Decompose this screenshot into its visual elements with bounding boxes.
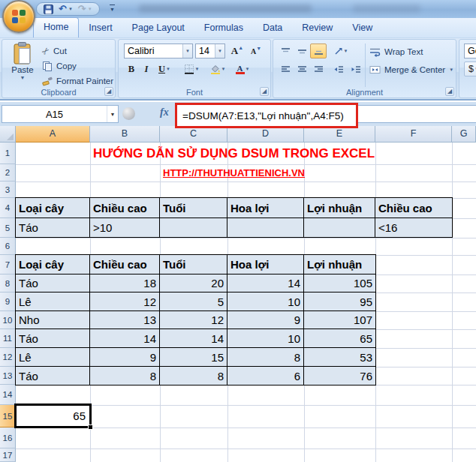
- cell[interactable]: Táo: [16, 274, 90, 292]
- alignment-dialog-launcher-icon[interactable]: ◢: [445, 87, 454, 96]
- tab-page-layout[interactable]: Page Layout: [122, 19, 194, 38]
- currency-format-button[interactable]: $ ▼: [464, 62, 476, 76]
- cell[interactable]: 9: [227, 311, 304, 329]
- format-painter-button[interactable]: Format Painter: [42, 74, 113, 88]
- row-header-17[interactable]: 17: [0, 448, 16, 462]
- cell[interactable]: Loại cây: [16, 255, 90, 274]
- chevron-down-icon[interactable]: ▼: [182, 44, 192, 58]
- cell[interactable]: 5: [160, 292, 227, 311]
- column-header-B[interactable]: B: [90, 126, 160, 142]
- increase-indent-button[interactable]: [348, 62, 364, 76]
- row-header-14[interactable]: 14: [0, 385, 16, 405]
- row-header-8[interactable]: 8: [0, 274, 16, 292]
- tab-formulas[interactable]: Formulas: [194, 19, 253, 38]
- cell[interactable]: 8: [227, 348, 304, 367]
- cell[interactable]: 20: [160, 274, 227, 292]
- merge-center-button[interactable]: Merge & Center ▼: [369, 63, 453, 76]
- column-header-A[interactable]: A: [16, 126, 90, 142]
- fill-color-button[interactable]: ▼: [206, 62, 229, 76]
- row-header-7[interactable]: 7: [0, 255, 16, 274]
- row-header-10[interactable]: 10: [0, 311, 16, 329]
- cell[interactable]: Hoa lợi: [227, 255, 304, 274]
- cell[interactable]: [304, 218, 375, 237]
- cell[interactable]: Loại cây: [16, 198, 90, 218]
- cell[interactable]: Chiều cao: [375, 198, 452, 218]
- cell[interactable]: >10: [90, 218, 160, 237]
- cell[interactable]: Táo: [16, 367, 90, 385]
- undo-icon[interactable]: ↶▼: [59, 4, 73, 14]
- cell[interactable]: 10: [227, 329, 304, 348]
- row-header-4[interactable]: 4: [0, 198, 16, 218]
- cell[interactable]: 14: [160, 329, 227, 348]
- tab-view[interactable]: View: [342, 19, 382, 38]
- wrap-text-button[interactable]: Wrap Text: [369, 45, 423, 58]
- fill-handle[interactable]: [88, 424, 93, 430]
- font-color-button[interactable]: A ▼: [231, 62, 254, 76]
- cell[interactable]: 12: [90, 292, 160, 311]
- bottom-align-button[interactable]: [310, 44, 327, 58]
- shrink-font-button[interactable]: A▼: [248, 44, 264, 58]
- row-header-13[interactable]: 13: [0, 367, 16, 385]
- align-right-button[interactable]: [310, 62, 327, 76]
- sheet-link[interactable]: HTTP://THUTHUATTIENICH.VN: [16, 164, 452, 182]
- cell[interactable]: Hoa lợi: [227, 198, 304, 218]
- cell[interactable]: 14: [90, 329, 160, 348]
- row-header-12[interactable]: 12: [0, 348, 16, 367]
- cell[interactable]: Táo: [16, 218, 90, 237]
- copy-button[interactable]: Copy: [42, 59, 77, 73]
- cell[interactable]: [227, 218, 304, 237]
- align-center-button[interactable]: [294, 62, 310, 76]
- row-header-15[interactable]: 15: [0, 405, 16, 428]
- cut-button[interactable]: ✂ Cut: [42, 44, 67, 58]
- cell[interactable]: 9: [90, 348, 160, 367]
- cell[interactable]: 8: [160, 367, 227, 385]
- font-size-select[interactable]: 14 ▼: [195, 44, 225, 58]
- chevron-down-icon[interactable]: ▼: [107, 106, 118, 122]
- cell[interactable]: 10: [227, 292, 304, 311]
- cell[interactable]: Lợi nhuận: [304, 198, 375, 218]
- cell[interactable]: 14: [227, 274, 304, 292]
- row-header-9[interactable]: 9: [0, 292, 16, 311]
- cell[interactable]: Chiều cao: [90, 255, 160, 274]
- top-align-button[interactable]: [277, 44, 294, 58]
- column-header-D[interactable]: D: [227, 126, 304, 142]
- decrease-indent-button[interactable]: [330, 62, 347, 76]
- row-header-11[interactable]: 11: [0, 329, 16, 348]
- cell[interactable]: 76: [304, 367, 375, 385]
- insert-function-button[interactable]: fx: [160, 106, 169, 118]
- cell[interactable]: Chiều cao: [90, 198, 160, 218]
- tab-review[interactable]: Review: [292, 19, 342, 38]
- row-header-3[interactable]: 3: [0, 182, 16, 198]
- bold-button[interactable]: B: [124, 62, 139, 76]
- cell[interactable]: <16: [375, 218, 452, 237]
- font-dialog-launcher-icon[interactable]: ◢: [260, 87, 269, 96]
- cell[interactable]: 12: [160, 311, 227, 329]
- column-header-E[interactable]: E: [304, 126, 375, 142]
- selected-cell[interactable]: 65: [14, 404, 92, 428]
- qat-customize-icon[interactable]: ▼: [110, 4, 115, 13]
- cell[interactable]: 53: [304, 348, 375, 367]
- cell[interactable]: 13: [90, 311, 160, 329]
- select-all-corner[interactable]: [0, 126, 16, 142]
- office-button[interactable]: [2, 0, 35, 33]
- tab-data[interactable]: Data: [253, 19, 292, 38]
- cell[interactable]: Lê: [16, 292, 90, 311]
- middle-align-button[interactable]: [294, 44, 310, 58]
- cell[interactable]: Lợi nhuận: [304, 255, 375, 274]
- clipboard-dialog-launcher-icon[interactable]: ◢: [104, 87, 113, 96]
- tab-home[interactable]: Home: [33, 17, 79, 38]
- cell[interactable]: 105: [304, 274, 375, 292]
- column-header-G[interactable]: G: [452, 126, 476, 142]
- tab-insert[interactable]: Insert: [79, 19, 122, 38]
- grow-font-button[interactable]: A▲: [229, 44, 246, 58]
- row-header-6[interactable]: 6: [0, 238, 16, 255]
- row-header-16[interactable]: 16: [0, 428, 16, 448]
- row-header-5[interactable]: 5: [0, 218, 16, 238]
- cell[interactable]: 15: [160, 348, 227, 367]
- cell[interactable]: [160, 218, 227, 237]
- row-header-2[interactable]: 2: [0, 164, 16, 182]
- redo-icon[interactable]: ↷▼: [78, 4, 92, 14]
- cell[interactable]: 6: [227, 367, 304, 385]
- save-icon[interactable]: [44, 4, 53, 14]
- cell[interactable]: 8: [90, 367, 160, 385]
